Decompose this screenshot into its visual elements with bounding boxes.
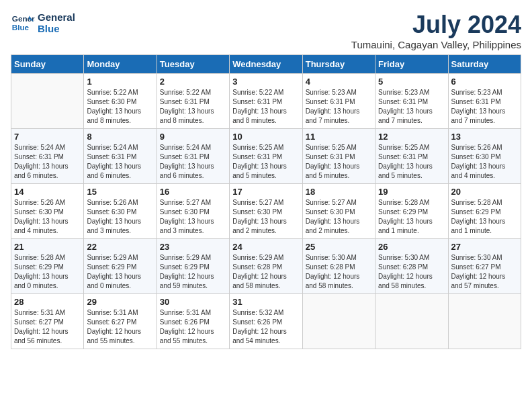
calendar-cell	[448, 294, 521, 349]
calendar-cell: 19Sunrise: 5:28 AM Sunset: 6:29 PM Dayli…	[375, 184, 448, 239]
day-number: 1	[87, 77, 153, 87]
header-day: Tuesday	[157, 55, 229, 74]
calendar-cell	[11, 74, 84, 129]
calendar-cell	[302, 294, 375, 349]
calendar-cell: 9Sunrise: 5:24 AM Sunset: 6:31 PM Daylig…	[157, 129, 229, 184]
logo-line1: General	[38, 11, 75, 23]
day-detail: Sunrise: 5:28 AM Sunset: 6:29 PM Dayligh…	[451, 198, 518, 236]
day-detail: Sunrise: 5:25 AM Sunset: 6:31 PM Dayligh…	[232, 143, 299, 181]
day-detail: Sunrise: 5:29 AM Sunset: 6:28 PM Dayligh…	[232, 253, 299, 291]
day-number: 6	[451, 77, 518, 87]
header: General Blue General Blue July 2024 Tuma…	[11, 11, 521, 50]
calendar-cell: 5Sunrise: 5:23 AM Sunset: 6:31 PM Daylig…	[375, 74, 448, 129]
day-number: 17	[232, 187, 299, 197]
title-block: July 2024 Tumauini, Cagayan Valley, Phil…	[351, 11, 521, 50]
calendar-cell: 4Sunrise: 5:23 AM Sunset: 6:31 PM Daylig…	[302, 74, 375, 129]
calendar-week-row: 7Sunrise: 5:24 AM Sunset: 6:31 PM Daylig…	[11, 129, 521, 184]
calendar-cell: 20Sunrise: 5:28 AM Sunset: 6:29 PM Dayli…	[448, 184, 521, 239]
calendar-cell: 14Sunrise: 5:26 AM Sunset: 6:30 PM Dayli…	[11, 184, 84, 239]
day-number: 13	[451, 132, 518, 142]
day-detail: Sunrise: 5:22 AM Sunset: 6:30 PM Dayligh…	[87, 88, 153, 126]
location-subtitle: Tumauini, Cagayan Valley, Philippines	[351, 39, 521, 50]
day-detail: Sunrise: 5:31 AM Sunset: 6:27 PM Dayligh…	[14, 308, 81, 346]
day-detail: Sunrise: 5:24 AM Sunset: 6:31 PM Dayligh…	[160, 143, 226, 181]
month-title: July 2024	[351, 11, 521, 39]
calendar-cell: 26Sunrise: 5:30 AM Sunset: 6:28 PM Dayli…	[375, 239, 448, 294]
calendar-week-row: 21Sunrise: 5:28 AM Sunset: 6:29 PM Dayli…	[11, 239, 521, 294]
calendar-table: SundayMondayTuesdayWednesdayThursdayFrid…	[11, 54, 521, 349]
logo-line2: Blue	[38, 23, 75, 34]
day-detail: Sunrise: 5:27 AM Sunset: 6:30 PM Dayligh…	[306, 198, 372, 236]
calendar-week-row: 1Sunrise: 5:22 AM Sunset: 6:30 PM Daylig…	[11, 74, 521, 129]
day-number: 10	[232, 132, 299, 142]
day-number: 3	[232, 77, 299, 87]
calendar-cell: 28Sunrise: 5:31 AM Sunset: 6:27 PM Dayli…	[11, 294, 84, 349]
calendar-cell: 25Sunrise: 5:30 AM Sunset: 6:28 PM Dayli…	[302, 239, 375, 294]
day-number: 27	[451, 242, 518, 252]
day-detail: Sunrise: 5:28 AM Sunset: 6:29 PM Dayligh…	[378, 198, 445, 236]
day-detail: Sunrise: 5:22 AM Sunset: 6:31 PM Dayligh…	[232, 88, 299, 126]
day-detail: Sunrise: 5:32 AM Sunset: 6:26 PM Dayligh…	[232, 308, 299, 346]
day-number: 23	[160, 242, 226, 252]
calendar-cell: 22Sunrise: 5:29 AM Sunset: 6:29 PM Dayli…	[84, 239, 157, 294]
day-detail: Sunrise: 5:31 AM Sunset: 6:26 PM Dayligh…	[160, 308, 226, 346]
calendar-cell: 15Sunrise: 5:26 AM Sunset: 6:30 PM Dayli…	[84, 184, 157, 239]
day-detail: Sunrise: 5:27 AM Sunset: 6:30 PM Dayligh…	[232, 198, 299, 236]
calendar-cell: 30Sunrise: 5:31 AM Sunset: 6:26 PM Dayli…	[157, 294, 229, 349]
header-row: SundayMondayTuesdayWednesdayThursdayFrid…	[11, 55, 521, 74]
day-detail: Sunrise: 5:26 AM Sunset: 6:30 PM Dayligh…	[451, 143, 518, 181]
day-detail: Sunrise: 5:24 AM Sunset: 6:31 PM Dayligh…	[14, 143, 81, 181]
day-detail: Sunrise: 5:26 AM Sunset: 6:30 PM Dayligh…	[14, 198, 81, 236]
day-detail: Sunrise: 5:24 AM Sunset: 6:31 PM Dayligh…	[87, 143, 153, 181]
day-number: 30	[160, 297, 226, 307]
calendar-cell: 23Sunrise: 5:29 AM Sunset: 6:29 PM Dayli…	[157, 239, 229, 294]
day-number: 14	[14, 187, 81, 197]
day-detail: Sunrise: 5:31 AM Sunset: 6:27 PM Dayligh…	[87, 308, 153, 346]
day-detail: Sunrise: 5:27 AM Sunset: 6:30 PM Dayligh…	[160, 198, 226, 236]
svg-text:Blue: Blue	[12, 23, 30, 32]
day-number: 22	[87, 242, 153, 252]
day-detail: Sunrise: 5:23 AM Sunset: 6:31 PM Dayligh…	[378, 88, 445, 126]
calendar-week-row: 28Sunrise: 5:31 AM Sunset: 6:27 PM Dayli…	[11, 294, 521, 349]
calendar-cell: 3Sunrise: 5:22 AM Sunset: 6:31 PM Daylig…	[230, 74, 302, 129]
day-number: 25	[306, 242, 372, 252]
day-detail: Sunrise: 5:29 AM Sunset: 6:29 PM Dayligh…	[160, 253, 226, 291]
day-number: 7	[14, 132, 81, 142]
day-detail: Sunrise: 5:23 AM Sunset: 6:31 PM Dayligh…	[451, 88, 518, 126]
header-day: Sunday	[11, 55, 84, 74]
calendar-cell: 24Sunrise: 5:29 AM Sunset: 6:28 PM Dayli…	[230, 239, 302, 294]
day-number: 24	[232, 242, 299, 252]
day-detail: Sunrise: 5:22 AM Sunset: 6:31 PM Dayligh…	[160, 88, 226, 126]
day-number: 5	[378, 77, 445, 87]
day-detail: Sunrise: 5:30 AM Sunset: 6:27 PM Dayligh…	[451, 253, 518, 291]
day-number: 18	[306, 187, 372, 197]
calendar-cell	[375, 294, 448, 349]
calendar-cell: 6Sunrise: 5:23 AM Sunset: 6:31 PM Daylig…	[448, 74, 521, 129]
header-day: Wednesday	[230, 55, 302, 74]
calendar-cell: 16Sunrise: 5:27 AM Sunset: 6:30 PM Dayli…	[157, 184, 229, 239]
day-detail: Sunrise: 5:29 AM Sunset: 6:29 PM Dayligh…	[87, 253, 153, 291]
day-detail: Sunrise: 5:30 AM Sunset: 6:28 PM Dayligh…	[378, 253, 445, 291]
logo: General Blue General Blue	[11, 11, 75, 35]
day-detail: Sunrise: 5:28 AM Sunset: 6:29 PM Dayligh…	[14, 253, 81, 291]
day-number: 4	[306, 77, 372, 87]
day-number: 29	[87, 297, 153, 307]
header-day: Saturday	[448, 55, 521, 74]
day-number: 28	[14, 297, 81, 307]
calendar-week-row: 14Sunrise: 5:26 AM Sunset: 6:30 PM Dayli…	[11, 184, 521, 239]
day-detail: Sunrise: 5:23 AM Sunset: 6:31 PM Dayligh…	[306, 88, 372, 126]
calendar-cell: 10Sunrise: 5:25 AM Sunset: 6:31 PM Dayli…	[230, 129, 302, 184]
calendar-cell: 17Sunrise: 5:27 AM Sunset: 6:30 PM Dayli…	[230, 184, 302, 239]
calendar-cell: 11Sunrise: 5:25 AM Sunset: 6:31 PM Dayli…	[302, 129, 375, 184]
calendar-body: 1Sunrise: 5:22 AM Sunset: 6:30 PM Daylig…	[11, 74, 521, 349]
day-number: 26	[378, 242, 445, 252]
calendar-cell: 7Sunrise: 5:24 AM Sunset: 6:31 PM Daylig…	[11, 129, 84, 184]
calendar-cell: 29Sunrise: 5:31 AM Sunset: 6:27 PM Dayli…	[84, 294, 157, 349]
day-number: 31	[232, 297, 299, 307]
header-day: Monday	[84, 55, 157, 74]
logo-icon: General Blue	[11, 11, 35, 35]
day-detail: Sunrise: 5:25 AM Sunset: 6:31 PM Dayligh…	[306, 143, 372, 181]
day-number: 9	[160, 132, 226, 142]
calendar-cell: 27Sunrise: 5:30 AM Sunset: 6:27 PM Dayli…	[448, 239, 521, 294]
day-number: 15	[87, 187, 153, 197]
